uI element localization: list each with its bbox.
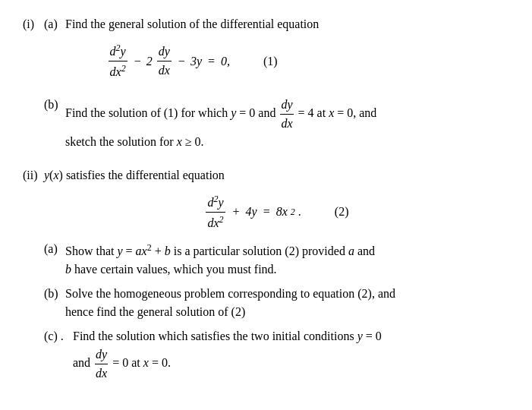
part-ii-c-text2: and xyxy=(73,356,93,369)
part-i-b-text2: sketch the solution for x ≥ 0. xyxy=(65,135,204,148)
part-ii-c-rest: = 0 at x = 0. xyxy=(109,356,171,369)
dy-dx-inline: dy dx xyxy=(279,96,294,133)
equation-2: d2y dx2 + 4y = 8x2. (2) xyxy=(44,192,509,233)
part-ii-c-text1: Find the solution which satisfies the tw… xyxy=(73,330,382,342)
eq2-4y: 4y xyxy=(246,203,257,221)
label-i: (i) xyxy=(23,15,39,33)
dy-dx-inline-c: dy dx xyxy=(93,345,109,383)
eq1-minus: − xyxy=(134,52,141,71)
problem-i: (i) (a) Find the general solution of the… xyxy=(23,15,509,157)
label-ii-a: (a) xyxy=(44,240,61,258)
eq2-number: (2) xyxy=(335,203,349,221)
label-i-b: (b) xyxy=(44,96,61,114)
eq1-minus2: − xyxy=(178,52,185,71)
part-ii-b-text2: hence find the general solution of (2) xyxy=(65,305,245,318)
label-ii-b: (b) xyxy=(44,285,61,303)
label-i-a: (a) xyxy=(44,15,61,33)
problem-ii: (ii) y(x) satisfies the differential equ… xyxy=(23,166,509,389)
part-ii-b-text1: Solve the homogeneous problem correspond… xyxy=(65,287,395,300)
part-ii-a-text: Show that y = ax2 + b is a particular so… xyxy=(65,244,375,257)
eq1-3y: 3y xyxy=(190,52,202,71)
part-i-a-text: Find the general solution of the differe… xyxy=(65,17,319,30)
label-ii-c: (c) . xyxy=(44,327,68,345)
eq2-plus: + xyxy=(233,203,240,221)
equation-1: d2y dx2 − 2 dy dx − 3y = 0, (1) xyxy=(65,41,319,82)
eq2-period: . xyxy=(298,203,301,221)
d2y-dx2-fraction-2: d2y dx2 xyxy=(206,192,225,233)
eq1-equals: = xyxy=(208,52,215,71)
part-ii-text: y(x) satisfies the differential equation xyxy=(44,169,225,181)
part-ii-a-text2: b have certain values, which you must fi… xyxy=(65,263,277,276)
label-ii: (ii) xyxy=(23,166,39,184)
eq1-coeff: 2 xyxy=(146,52,153,71)
d2y-dx2-fraction: d2y dx2 xyxy=(109,41,127,82)
eq-4: = 4 at x = 0, and xyxy=(295,106,377,119)
part-i-b-text1: Find the solution of (1) for which y = 0… xyxy=(65,106,279,119)
dy-dx-fraction: dy dx xyxy=(157,43,172,80)
eq2-equals: = xyxy=(263,203,270,221)
eq1-zero: 0, xyxy=(221,52,230,71)
eq1-number: (1) xyxy=(263,52,278,71)
eq2-rhs: 8x xyxy=(276,203,288,221)
